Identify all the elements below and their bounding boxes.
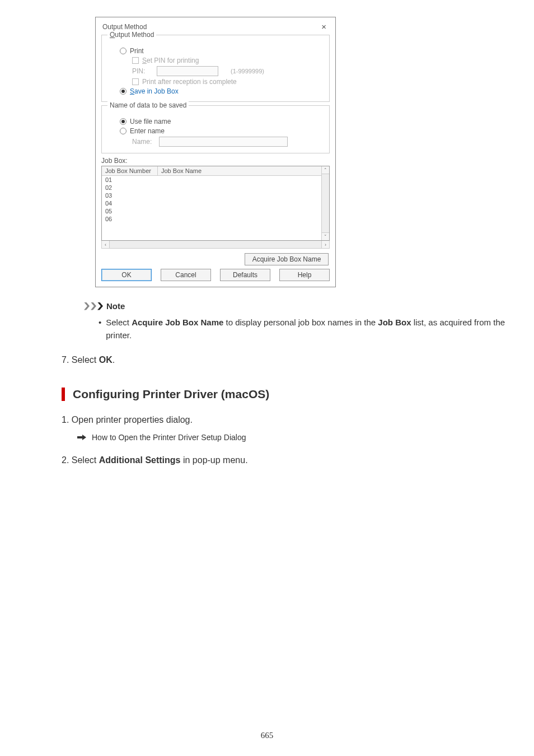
output-method-group: Output Method Print Set PIN for printing… — [101, 35, 330, 102]
list-header: Job Box Number Job Box Name — [102, 166, 329, 176]
note-heading-text: Note — [106, 301, 125, 311]
enter-name-label: Enter name — [130, 127, 165, 135]
list-item[interactable]: 03 — [102, 192, 329, 199]
save-in-job-box-label: Save in Job Box — [130, 87, 179, 95]
radio-icon — [120, 128, 127, 134]
save-in-job-box-row[interactable]: Save in Job Box — [120, 87, 324, 95]
job-box-label: Job Box: — [101, 157, 330, 165]
close-icon[interactable]: × — [319, 22, 329, 31]
step-number: 2. — [62, 455, 69, 465]
link-text: How to Open the Printer Driver Setup Dia… — [92, 433, 246, 442]
radio-icon — [120, 118, 127, 125]
vertical-scrollbar[interactable]: ˄ ˅ — [321, 166, 329, 240]
list-item[interactable]: 06 — [102, 215, 329, 223]
scroll-up-icon[interactable]: ˄ — [322, 166, 329, 174]
step-number: 7. — [62, 355, 69, 365]
note-block: Note • Select Acquire Job Box Name to di… — [84, 301, 506, 342]
step-7: 7. Select OK. — [62, 355, 506, 365]
list-item[interactable]: 01 — [102, 176, 329, 184]
print-after-reception-row: Print after reception is complete — [132, 78, 324, 86]
pin-input — [157, 66, 218, 76]
step-2: 2. Select Additional Settings in pop-up … — [62, 455, 506, 465]
print-label: Print — [130, 47, 144, 55]
checkbox-icon — [132, 78, 139, 85]
step-1: 1. Open printer properties dialog. — [62, 415, 506, 425]
radio-icon — [120, 88, 127, 95]
defaults-button[interactable]: Defaults — [220, 269, 270, 281]
cancel-button[interactable]: Cancel — [161, 269, 211, 281]
ok-button[interactable]: OK — [101, 269, 152, 281]
note-text: Select Acquire Job Box Name to display p… — [106, 316, 506, 342]
section-heading: Configuring Printer Driver (macOS) — [62, 388, 506, 401]
note-bullet: • Select Acquire Job Box Name to display… — [99, 316, 506, 342]
section-title: Configuring Printer Driver (macOS) — [73, 388, 269, 401]
set-pin-label: Set PIN for printing — [142, 57, 199, 64]
output-method-dialog: Output Method × Output Method Print Set … — [95, 17, 336, 287]
output-method-legend: Output Method — [107, 31, 156, 39]
set-pin-row: Set PIN for printing — [132, 57, 324, 64]
col-job-box-name: Job Box Name — [158, 166, 329, 175]
enter-name-row[interactable]: Enter name — [120, 127, 324, 135]
col-job-box-number: Job Box Number — [102, 166, 158, 175]
acquire-job-box-name-button[interactable]: Acquire Job Box Name — [245, 253, 329, 265]
radio-icon — [120, 48, 127, 54]
page-number: 665 — [0, 731, 534, 740]
note-heading: Note — [84, 301, 506, 311]
checkbox-icon — [132, 57, 139, 64]
help-button[interactable]: Help — [279, 269, 330, 281]
list-item[interactable]: 05 — [102, 207, 329, 215]
list-item[interactable]: 04 — [102, 199, 329, 207]
name-label: Name: — [132, 138, 154, 146]
name-of-data-legend: Name of data to be saved — [107, 101, 189, 109]
name-of-data-group: Name of data to be saved Use file name E… — [101, 105, 330, 153]
how-to-open-link[interactable]: How to Open the Printer Driver Setup Dia… — [77, 433, 506, 442]
use-file-name-label: Use file name — [130, 118, 171, 125]
note-icon — [84, 302, 103, 310]
name-input-row: Name: — [132, 137, 324, 147]
step-text: Open printer properties dialog. — [72, 415, 193, 424]
print-radio-row[interactable]: Print — [120, 47, 324, 55]
step-number: 1. — [62, 415, 69, 424]
name-input — [159, 137, 288, 147]
bullet-icon: • — [99, 316, 101, 342]
horizontal-scrollbar[interactable]: ‹ › — [101, 241, 330, 249]
list-item[interactable]: 02 — [102, 184, 329, 192]
print-after-reception-label: Print after reception is complete — [142, 78, 237, 86]
pin-label: PIN: — [132, 67, 152, 75]
section-accent-bar — [62, 388, 65, 401]
scroll-right-icon[interactable]: › — [321, 241, 329, 248]
scroll-down-icon[interactable]: ˅ — [322, 232, 329, 240]
dialog-title: Output Method — [102, 23, 147, 31]
job-box-list[interactable]: Job Box Number Job Box Name 01 02 03 04 … — [101, 166, 330, 241]
pin-input-row: PIN: (1-9999999) — [132, 66, 348, 76]
use-file-name-row[interactable]: Use file name — [120, 118, 324, 125]
pin-hint: (1-9999999) — [231, 68, 264, 74]
arrow-right-icon — [77, 435, 86, 440]
list-rows: 01 02 03 04 05 06 — [102, 176, 329, 223]
scroll-left-icon[interactable]: ‹ — [102, 241, 110, 248]
